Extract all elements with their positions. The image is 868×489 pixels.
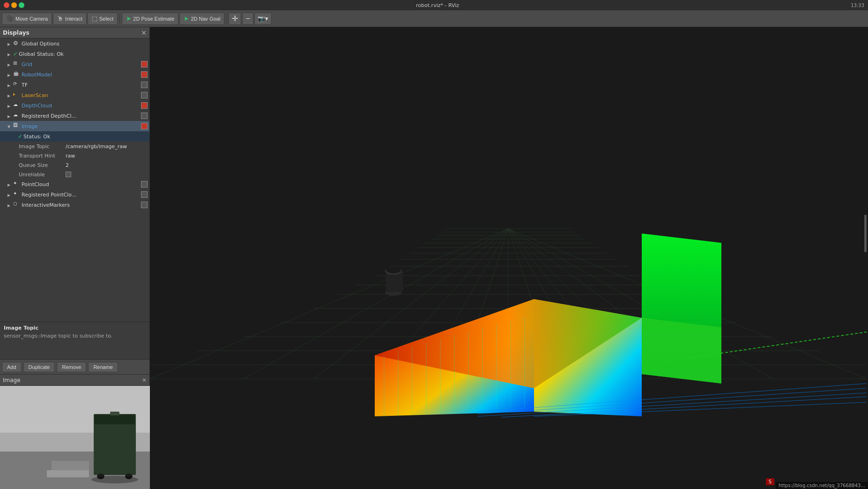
move-camera-icon: 🎥	[6, 15, 14, 22]
unreliable-key: Unreliable	[19, 172, 66, 178]
display-item-depth-cloud[interactable]: ☁ DepthCloud	[0, 100, 149, 111]
unreliable-checkbox[interactable]	[66, 172, 71, 177]
window-controls[interactable]	[4, 2, 24, 8]
pointcloud-icon: ✦	[13, 181, 21, 188]
image-status-item[interactable]: ✓ Status: Ok	[0, 131, 149, 142]
display-item-image[interactable]: 🖼 Image	[0, 121, 149, 131]
expand-arrow-image	[7, 124, 13, 129]
close-button[interactable]	[4, 2, 9, 8]
display-item-grid[interactable]: ⊞ Grid	[0, 59, 149, 69]
pointcloud-checkbox[interactable]	[141, 181, 148, 188]
global-options-label: Global Options	[22, 41, 149, 47]
global-options-icon: ⚙	[13, 40, 21, 47]
displays-close-button[interactable]: ✕	[141, 29, 147, 37]
camera-type-button[interactable]: 📷▾	[254, 13, 272, 25]
image-preview-svg	[0, 386, 150, 489]
robot-model-checkbox[interactable]	[141, 71, 148, 78]
remove-button[interactable]: Remove	[57, 362, 86, 372]
add-button[interactable]: Add	[2, 362, 22, 372]
depth-cloud-checkbox[interactable]	[141, 102, 148, 109]
image-checkbox[interactable]	[141, 123, 148, 129]
interact-icon: 🖱	[57, 15, 63, 22]
help-title: Image Topic	[4, 325, 146, 331]
display-item-global-options[interactable]: ⚙ Global Options	[0, 38, 149, 49]
duplicate-button[interactable]: Duplicate	[23, 362, 55, 372]
registered-depth-icon: ☁	[13, 112, 21, 120]
select-button[interactable]: ⬚ Select	[88, 13, 118, 25]
image-topic-value: /camera/rgb/image_raw	[66, 143, 127, 150]
rename-button[interactable]: Rename	[88, 362, 118, 372]
minus-button[interactable]: −	[242, 13, 253, 25]
registered-depth-checkbox[interactable]	[141, 113, 148, 119]
viewport[interactable]: https://blog.csdn.net/qq_37668843... S	[150, 27, 868, 489]
grid-checkbox[interactable]	[141, 61, 148, 68]
registered-point-checkbox[interactable]	[141, 191, 148, 198]
move-camera-button[interactable]: 🎥 Move Camera	[2, 13, 52, 25]
transport-hint-item: Transport Hint raw	[0, 151, 149, 160]
image-panel-close[interactable]: ✕	[142, 377, 147, 384]
laser-scan-label: LaserScan	[22, 92, 141, 98]
interactive-markers-checkbox[interactable]	[141, 202, 148, 208]
interactive-markers-label: InteractiveMarkers	[22, 202, 141, 208]
pose-estimate-label: 2D Pose Estimate	[133, 16, 174, 22]
svg-rect-12	[150, 27, 868, 489]
display-item-global-status[interactable]: ✓ Global Status: Ok	[0, 49, 149, 59]
display-item-tf[interactable]: ⟳ TF	[0, 80, 149, 90]
image-panel-header: Image ✕	[0, 375, 149, 386]
depth-cloud-label: DepthCloud	[22, 103, 141, 109]
display-item-interactive-markers[interactable]: ⬡ InteractiveMarkers	[0, 200, 149, 210]
move-camera-label: Move Camera	[15, 16, 48, 22]
unreliable-item: Unreliable	[0, 170, 149, 179]
no-arrow-spacer	[13, 133, 18, 140]
expand-arrow-laser-scan	[7, 93, 13, 98]
display-item-registered-point[interactable]: ✦ Registered PointClo...	[0, 189, 149, 200]
nav-goal-label: 2D Nav Goal	[191, 16, 220, 22]
expand-arrow-global-options	[7, 41, 13, 46]
display-list[interactable]: ⚙ Global Options ✓ Global Status: Ok ⊞ G…	[0, 38, 149, 322]
clock: 13:33	[851, 3, 864, 8]
help-description: sensor_msgs::Image topic to subscribe to…	[4, 333, 146, 339]
svg-rect-8	[110, 412, 119, 415]
pose-estimate-button[interactable]: ➤ 2D Pose Estimate	[122, 13, 178, 25]
registered-point-label: Registered PointClo...	[22, 192, 141, 198]
image-panel-title: Image	[3, 377, 21, 384]
interactive-markers-icon: ⬡	[13, 201, 21, 209]
main-area: Displays ✕ ⚙ Global Options ✓ Global Sta…	[0, 27, 868, 489]
laser-scan-icon: ▸	[13, 91, 21, 99]
image-canvas	[0, 386, 150, 489]
expand-arrow-depth-cloud	[7, 103, 13, 108]
maximize-button[interactable]	[19, 2, 24, 8]
pointcloud-label: PointCloud	[22, 181, 141, 188]
image-topic-key: Image Topic	[19, 143, 66, 150]
robot-model-icon: 🤖	[13, 71, 21, 78]
svg-point-9	[91, 476, 138, 483]
queue-size-key: Queue Size	[19, 162, 66, 168]
toolbar-separator-2	[226, 14, 227, 23]
depth-cloud-icon: ☁	[13, 102, 21, 109]
queue-size-value: 2	[66, 162, 69, 168]
interact-button[interactable]: 🖱 Interact	[53, 13, 87, 25]
nav-goal-button[interactable]: ➤ 2D Nav Goal	[179, 13, 224, 25]
pose-estimate-icon: ➤	[126, 15, 131, 22]
global-status-label: Global Status: Ok	[19, 51, 149, 57]
display-item-pointcloud[interactable]: ✦ PointCloud	[0, 179, 149, 189]
expand-arrow-global-status	[7, 52, 13, 57]
tf-checkbox[interactable]	[141, 82, 148, 88]
image-panel: Image ✕	[0, 374, 149, 489]
display-item-registered-depth[interactable]: ☁ Registered DepthCl...	[0, 111, 149, 121]
tf-label: TF	[22, 82, 141, 88]
select-label: Select	[99, 16, 114, 22]
expand-arrow-tf	[7, 83, 13, 88]
image-icon: 🖼	[13, 122, 21, 130]
display-item-robot-model[interactable]: 🤖 RobotModel	[0, 69, 149, 80]
svg-rect-10	[52, 461, 89, 470]
laser-scan-checkbox[interactable]	[141, 92, 148, 98]
global-status-ok-icon: ✓	[13, 51, 18, 57]
displays-header: Displays ✕	[0, 27, 149, 38]
transport-hint-value: raw	[66, 153, 75, 159]
registered-depth-label: Registered DepthCl...	[22, 113, 141, 119]
add-plugin-button[interactable]: ✛	[229, 13, 241, 25]
expand-arrow-interactive-markers	[7, 203, 13, 208]
display-item-laser-scan[interactable]: ▸ LaserScan	[0, 90, 149, 100]
minimize-button[interactable]	[11, 2, 17, 8]
